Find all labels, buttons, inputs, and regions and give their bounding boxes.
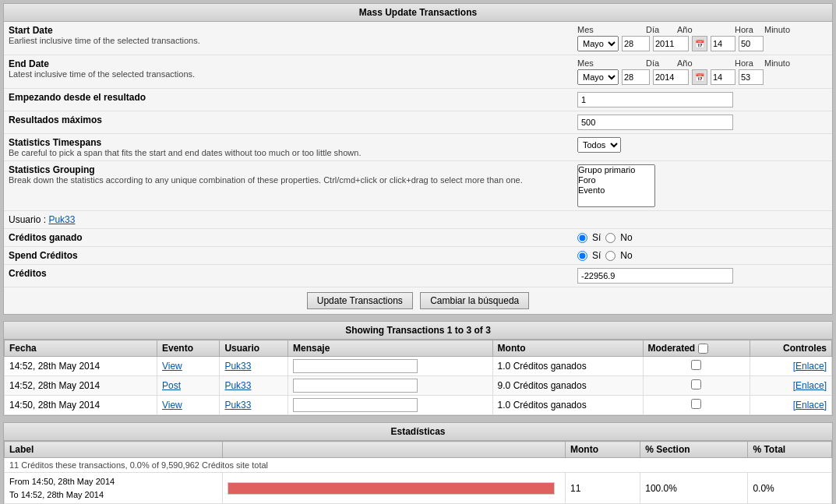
start-date-label-col: Start Date Earliest inclusive time of th…	[9, 25, 577, 45]
mass-update-panel: Mass Update Transactions Start Date Earl…	[3, 3, 833, 315]
empezando-input[interactable]	[577, 92, 733, 107]
stats-date-range-text: From 14:50, 28th May 2014To 14:52, 28th …	[9, 475, 217, 501]
stats-bar-container	[228, 482, 555, 495]
end-mes-select[interactable]: Mayo	[577, 69, 619, 85]
spend-creditos-no-radio[interactable]	[605, 251, 616, 261]
end-date-label-col: End Date Latest inclusive time of the se…	[9, 58, 577, 79]
enlace-link[interactable]: [Enlace]	[793, 361, 827, 372]
moderated-checkbox[interactable]	[691, 379, 701, 389]
start-date-row: Start Date Earliest inclusive time of th…	[4, 22, 832, 55]
creditos-ganado-control: Sí No	[577, 232, 827, 243]
cell-monto: 9.0 Créditos ganados	[492, 376, 643, 396]
spend-creditos-si-label: Sí	[592, 250, 601, 261]
table-row: 14:52, 28th May 2014 View Puk33 1.0 Créd…	[5, 357, 832, 376]
start-hora-label: Hora	[735, 25, 757, 34]
cambiar-busqueda-button[interactable]: Cambiar la búsqueda	[420, 292, 529, 309]
usuario-link[interactable]: Puk33	[224, 361, 251, 372]
mensaje-input[interactable]	[293, 379, 418, 393]
main-wrapper: Mass Update Transactions Start Date Earl…	[0, 0, 836, 504]
cell-controles: [Enlace]	[750, 396, 832, 415]
table-row: 14:52, 28th May 2014 Post Puk33 9.0 Créd…	[5, 376, 832, 396]
transactions-panel: Showing Transactions 1 to 3 of 3 Fecha E…	[3, 321, 833, 416]
cell-usuario[interactable]: Puk33	[220, 357, 288, 376]
col-mensaje: Mensaje	[288, 340, 493, 357]
stats-info-text: 11 Créditos these transactions, 0.0% of …	[5, 458, 832, 473]
start-date-inputs: Mayo 📅	[577, 36, 797, 51]
stats-timespans-control: Todos	[577, 137, 827, 153]
usuario-link[interactable]: Puk33	[224, 380, 251, 391]
resultados-input[interactable]	[577, 115, 733, 130]
moderated-checkbox[interactable]	[691, 360, 701, 370]
empezando-title: Empezando desde el resultado	[9, 92, 146, 103]
end-hora-input[interactable]	[711, 69, 735, 85]
start-anio-label: Año	[677, 25, 711, 34]
end-anio-label: Año	[677, 58, 711, 68]
start-mes-label: Mes	[577, 25, 640, 34]
creditos-ganado-no-radio[interactable]	[605, 233, 616, 243]
moderated-checkbox[interactable]	[691, 399, 701, 409]
stats-col-bar	[223, 442, 566, 458]
cell-mensaje	[288, 396, 493, 415]
cell-mensaje	[288, 376, 493, 396]
end-minuto-input[interactable]	[739, 69, 764, 85]
spend-creditos-si-radio[interactable]	[577, 251, 587, 261]
end-date-group: Mes Día Año Hora Minuto Mayo 📅	[577, 58, 797, 85]
usuario-link[interactable]: Puk33	[48, 214, 75, 225]
cell-usuario[interactable]: Puk33	[220, 376, 288, 396]
creditos-control	[577, 268, 827, 284]
usuario-link[interactable]: Puk33	[224, 400, 251, 411]
enlace-link[interactable]: [Enlace]	[793, 380, 827, 391]
update-transactions-button[interactable]: Update Transactions	[307, 292, 413, 309]
creditos-ganado-si-radio[interactable]	[577, 233, 587, 243]
stats-timespans-select[interactable]: Todos	[577, 137, 621, 153]
cell-evento[interactable]: View	[157, 357, 219, 376]
end-date-desc: Latest inclusive time of the selected tr…	[9, 69, 577, 79]
end-anio-input[interactable]	[653, 69, 689, 85]
stats-grouping-row: Statistics Grouping Break down the stati…	[4, 161, 832, 211]
mensaje-input[interactable]	[293, 398, 418, 412]
col-controles: Controles	[750, 340, 832, 357]
end-calendar-button[interactable]: 📅	[692, 69, 707, 85]
spend-creditos-control: Sí No	[577, 250, 827, 261]
evento-link[interactable]: View	[162, 361, 182, 372]
evento-link[interactable]: View	[162, 400, 182, 411]
cell-evento[interactable]: View	[157, 396, 219, 415]
end-minuto-label: Minuto	[764, 58, 795, 68]
moderated-label: Moderated	[648, 343, 696, 354]
cell-mensaje	[288, 357, 493, 376]
end-dia-input[interactable]	[622, 69, 650, 85]
start-minuto-input[interactable]	[739, 36, 764, 51]
cell-fecha: 14:50, 28th May 2014	[5, 396, 157, 415]
start-minuto-label: Minuto	[764, 25, 795, 34]
col-moderated: Moderated	[643, 340, 750, 357]
start-date-labels: Mes Día Año Hora Minuto	[577, 25, 797, 34]
mensaje-input[interactable]	[293, 359, 418, 373]
col-fecha: Fecha	[5, 340, 157, 357]
spend-creditos-title: Spend Créditos	[9, 250, 78, 261]
estadisticas-title: Estadísticas	[4, 423, 832, 441]
cell-usuario[interactable]: Puk33	[220, 396, 288, 415]
creditos-ganado-title: Créditos ganado	[9, 232, 83, 243]
resultados-label: Resultados máximos	[9, 115, 577, 125]
end-mes-label: Mes	[577, 58, 640, 68]
creditos-input[interactable]	[577, 268, 733, 284]
creditos-ganado-row: Créditos ganado Sí No	[4, 229, 832, 247]
cell-moderated	[643, 396, 750, 415]
start-calendar-button[interactable]: 📅	[692, 36, 707, 51]
cell-fecha: 14:52, 28th May 2014	[5, 376, 157, 396]
start-mes-select[interactable]: Mayo	[577, 36, 619, 51]
stats-info-row: 11 Créditos these transactions, 0.0% of …	[5, 458, 832, 473]
stats-grouping-select[interactable]: Grupo primario Foro Evento	[577, 164, 655, 207]
start-hora-input[interactable]	[711, 36, 735, 51]
start-dia-input[interactable]	[622, 36, 650, 51]
resultados-control	[577, 115, 827, 130]
cell-evento[interactable]: Post	[157, 376, 219, 396]
creditos-ganado-si-label: Sí	[592, 232, 601, 243]
enlace-link[interactable]: [Enlace]	[793, 400, 827, 411]
moderated-all-checkbox[interactable]	[698, 344, 708, 354]
evento-link[interactable]: Post	[162, 380, 181, 391]
transactions-table: Fecha Evento Usuario Mensaje Monto Moder…	[4, 340, 832, 415]
end-dia-label: Día	[646, 58, 671, 68]
start-anio-input[interactable]	[653, 36, 689, 51]
end-date-label: End Date	[9, 58, 577, 69]
